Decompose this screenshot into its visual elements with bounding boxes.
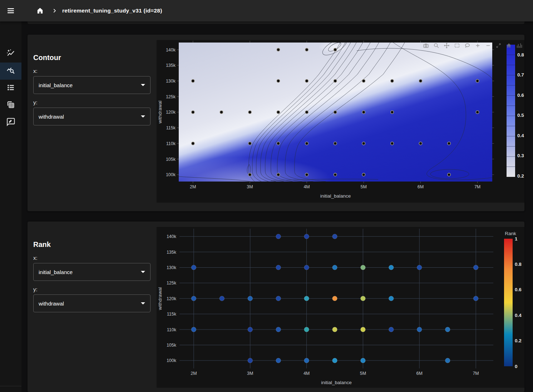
rank-point[interactable] [445, 327, 450, 332]
contour-point[interactable] [334, 142, 337, 145]
pan-icon[interactable] [443, 42, 450, 49]
contour-y-select[interactable]: withdrawal [33, 108, 150, 125]
contour-point[interactable] [277, 111, 280, 114]
rank-point[interactable] [332, 234, 337, 239]
svg-text:Rank: Rank [505, 231, 516, 236]
rank-point[interactable] [445, 358, 450, 363]
rank-point[interactable] [248, 296, 253, 301]
rank-point[interactable] [304, 234, 309, 239]
plotly-logo-icon[interactable] [516, 42, 522, 49]
zoom-out-icon[interactable] [485, 42, 491, 49]
sidebar-item-note[interactable] [0, 114, 21, 131]
contour-point[interactable] [305, 79, 308, 82]
rank-point[interactable] [361, 358, 366, 363]
contour-point[interactable] [277, 48, 280, 51]
rank-point[interactable] [304, 327, 309, 332]
contour-point[interactable] [419, 142, 422, 145]
contour-point[interactable] [192, 79, 194, 82]
reset-axes-icon[interactable] [505, 42, 512, 49]
rank-point[interactable] [276, 296, 281, 301]
sidebar-item-trial-table[interactable] [0, 97, 21, 114]
home-icon[interactable] [35, 6, 45, 16]
rank-point[interactable] [219, 296, 224, 301]
rank-point[interactable] [361, 296, 366, 301]
contour-point[interactable] [362, 173, 365, 176]
rank-point[interactable] [361, 327, 366, 332]
svg-text:0.4: 0.4 [517, 133, 524, 138]
rank-point[interactable] [304, 265, 309, 270]
contour-point[interactable] [277, 142, 280, 145]
contour-point[interactable] [220, 111, 223, 114]
contour-point[interactable] [391, 142, 394, 145]
contour-point[interactable] [192, 142, 194, 145]
contour-point[interactable] [305, 173, 308, 176]
contour-plot[interactable]: 2M3M4M5M6M7M100k105k110k115k120k125k130k… [157, 40, 524, 203]
rank-point[interactable] [276, 327, 281, 332]
sidebar-item-trial-list[interactable] [0, 80, 21, 97]
rank-point[interactable] [473, 296, 478, 301]
autoscale-icon[interactable] [495, 42, 502, 49]
contour-point[interactable] [391, 111, 394, 114]
rank-plot[interactable]: 2M3M4M5M6M7M100k105k110k115k120k125k130k… [157, 227, 524, 388]
contour-point[interactable] [476, 111, 479, 114]
svg-text:135k: 135k [166, 63, 176, 68]
zoom-icon[interactable] [433, 42, 439, 49]
menu-icon[interactable] [6, 6, 16, 16]
rank-point[interactable] [276, 358, 281, 363]
rank-point[interactable] [389, 296, 394, 301]
rank-point[interactable] [276, 265, 281, 270]
rank-x-select[interactable]: initial_balance [33, 263, 150, 281]
chevron-down-icon [141, 115, 145, 118]
contour-point[interactable] [248, 173, 251, 176]
contour-point[interactable] [362, 79, 365, 82]
rank-chart[interactable]: 2M3M4M5M6M7M100k105k110k115k120k125k130k… [157, 227, 524, 388]
rank-point[interactable] [332, 327, 337, 332]
rank-point[interactable] [248, 358, 253, 363]
contour-point[interactable] [248, 111, 251, 114]
contour-point[interactable] [305, 142, 308, 145]
rank-y-select[interactable]: withdrawal [33, 294, 150, 312]
contour-point[interactable] [192, 111, 194, 114]
contour-point[interactable] [334, 48, 337, 51]
contour-point[interactable] [277, 79, 280, 82]
contour-point[interactable] [334, 173, 337, 176]
contour-point[interactable] [362, 142, 365, 145]
rank-point[interactable] [304, 296, 309, 301]
rank-point[interactable] [361, 265, 366, 270]
rank-point[interactable] [276, 234, 281, 239]
rank-point[interactable] [332, 296, 337, 301]
contour-point[interactable] [419, 79, 422, 82]
rank-point[interactable] [191, 327, 196, 332]
contour-point[interactable] [305, 48, 308, 51]
rank-point[interactable] [191, 296, 196, 301]
contour-point[interactable] [448, 173, 450, 176]
rank-point[interactable] [332, 265, 337, 270]
contour-chart[interactable]: 2M3M4M5M6M7M100k105k110k115k120k125k130k… [157, 40, 524, 203]
zoom-in-icon[interactable] [474, 42, 481, 49]
contour-point[interactable] [362, 111, 365, 114]
sidebar-item-history[interactable] [0, 45, 21, 63]
camera-icon[interactable] [423, 42, 429, 49]
rank-point[interactable] [248, 327, 253, 332]
rank-point[interactable] [332, 358, 337, 363]
lasso-select-icon[interactable] [464, 42, 470, 49]
rank-point[interactable] [389, 265, 394, 270]
contour-point[interactable] [334, 79, 337, 82]
contour-x-select[interactable]: initial_balance [33, 76, 150, 94]
rank-point[interactable] [417, 327, 422, 332]
box-select-icon[interactable] [454, 42, 460, 49]
contour-point[interactable] [391, 79, 394, 82]
rank-point[interactable] [304, 358, 309, 363]
svg-text:2M: 2M [190, 184, 196, 189]
contour-point[interactable] [248, 142, 251, 145]
rank-point[interactable] [191, 265, 196, 270]
contour-point[interactable] [305, 111, 308, 114]
rank-point[interactable] [389, 327, 394, 332]
contour-point[interactable] [476, 79, 479, 82]
sidebar-item-analytics[interactable] [0, 63, 21, 80]
contour-point[interactable] [277, 173, 280, 176]
contour-point[interactable] [448, 142, 450, 145]
rank-point[interactable] [473, 265, 478, 270]
rank-point[interactable] [417, 265, 422, 270]
contour-point[interactable] [334, 111, 337, 114]
